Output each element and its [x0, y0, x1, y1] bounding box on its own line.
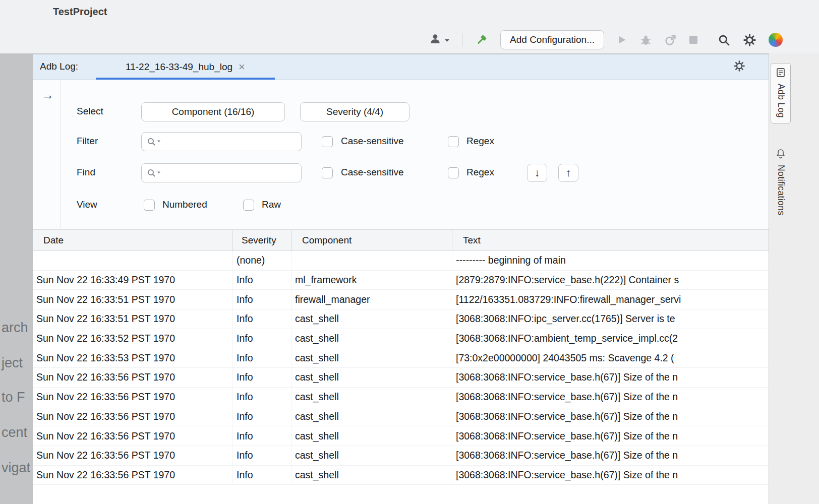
find-case-sensitive-checkbox[interactable] [322, 167, 333, 178]
cell-text: [73:0x2e00000000] 24043505 ms: Scavenge … [452, 348, 769, 367]
adb-log-toolwindow: Adb Log: 11-22_16-33-49_hub_log × [33, 54, 769, 504]
filter-label: Filter [77, 136, 98, 147]
titlebar: TestProject Add Configuration... [0, 0, 819, 53]
find-next-button[interactable]: ↓ [527, 164, 547, 182]
debug-button[interactable] [639, 34, 652, 46]
table-row[interactable]: Sun Nov 22 16:33:56 PST 1970Infocast_she… [33, 466, 769, 485]
cell-component: cast_shell [291, 426, 452, 446]
find-previous-button[interactable]: ↑ [558, 164, 578, 182]
raw-checkbox[interactable] [243, 200, 254, 211]
user-profile-button[interactable] [429, 32, 450, 47]
stripe-adb-log-button[interactable]: Adb Log [771, 63, 791, 123]
workspace: arch ject to F cent vigat Adb Log Notifi… [0, 53, 819, 504]
screen: TestProject Add Configuration... [0, 0, 819, 504]
cell-component: cast_shell [291, 329, 452, 348]
log-table-header: Date Severity Component Text [33, 230, 769, 251]
cell-component [291, 251, 452, 270]
table-row[interactable]: (none)--------- beginning of main [33, 251, 769, 271]
table-row[interactable]: Sun Nov 22 16:33:53 PST 1970Infocast_she… [33, 348, 769, 368]
table-row[interactable]: Sun Nov 22 16:33:52 PST 1970Infocast_she… [33, 329, 769, 349]
column-header-component[interactable]: Component [291, 230, 452, 250]
filter-regex-checkbox[interactable] [448, 136, 459, 147]
run-button[interactable] [616, 34, 627, 45]
gear-icon [743, 33, 756, 47]
cell-date: Sun Nov 22 16:33:53 PST 1970 [33, 348, 233, 367]
table-row[interactable]: Sun Nov 22 16:33:49 PST 1970Infoml_frame… [33, 271, 769, 290]
dimmed-background-text: vigat [2, 460, 30, 476]
cell-text: [3068:3068:INFO:service_base.h(67)] Size… [452, 446, 769, 465]
dimmed-background-text: cent [2, 425, 27, 440]
panel-gutter: → [33, 80, 61, 230]
toolwindow-title: Adb Log: [40, 61, 78, 72]
cell-severity: Info [233, 329, 291, 348]
profiler-button[interactable] [664, 34, 677, 46]
raw-label[interactable]: Raw [262, 199, 281, 210]
filter-regex-label[interactable]: Regex [466, 136, 494, 147]
cell-severity: Info [233, 348, 291, 367]
gradient-logo-button[interactable] [769, 33, 783, 47]
column-header-date[interactable]: Date [33, 230, 233, 250]
dimmed-background-text: arch [2, 320, 28, 336]
settings-button[interactable] [743, 33, 756, 47]
stop-icon [689, 35, 698, 44]
build-hammer-button[interactable] [475, 33, 488, 47]
table-row[interactable]: Sun Nov 22 16:33:51 PST 1970Infofirewall… [33, 290, 769, 309]
find-regex-checkbox[interactable] [448, 167, 459, 178]
table-row[interactable]: Sun Nov 22 16:33:56 PST 1970Infocast_she… [33, 407, 769, 427]
numbered-label[interactable]: Numbered [162, 199, 207, 210]
filter-panel: → Select Component (16/16) Severity (4/4… [33, 80, 769, 230]
cell-component: cast_shell [291, 466, 452, 485]
cell-severity: Info [233, 290, 291, 309]
add-configuration-button[interactable]: Add Configuration... [500, 30, 604, 49]
column-header-severity[interactable]: Severity [233, 230, 291, 250]
filter-case-sensitive-checkbox[interactable] [322, 136, 333, 147]
find-case-sensitive-label[interactable]: Case-sensitive [341, 167, 404, 178]
tool-stripe: Adb Log Notifications [769, 53, 819, 504]
filter-input[interactable] [141, 132, 302, 151]
severity-filter-button[interactable]: Severity (4/4) [300, 102, 410, 121]
cell-severity: Info [233, 426, 291, 446]
table-row[interactable]: Sun Nov 22 16:33:51 PST 1970Infocast_she… [33, 309, 769, 329]
search-everywhere-button[interactable] [717, 33, 731, 47]
collapse-arrow-icon[interactable]: → [41, 88, 54, 102]
cell-text: [1122/163351.083729:INFO:firewall_manage… [452, 290, 769, 309]
cell-date [33, 251, 233, 270]
select-label: Select [77, 106, 103, 117]
cell-component: firewall_manager [291, 290, 452, 309]
find-input[interactable] [141, 163, 302, 182]
log-tab[interactable]: 11-22_16-33-49_hub_log × [96, 54, 275, 80]
cell-date: Sun Nov 22 16:33:56 PST 1970 [33, 407, 233, 426]
log-document-icon [776, 68, 786, 80]
table-row[interactable]: Sun Nov 22 16:33:56 PST 1970Infocast_she… [33, 446, 769, 466]
tab-close-icon[interactable]: × [239, 61, 245, 73]
chevron-down-icon [444, 35, 450, 44]
cell-date: Sun Nov 22 16:33:56 PST 1970 [33, 446, 233, 465]
cell-text: [3068:3068:INFO:service_base.h(67)] Size… [452, 368, 769, 387]
stripe-notifications-button[interactable]: Notifications [771, 145, 791, 229]
stop-button[interactable] [689, 35, 698, 44]
stripe-notifications-label: Notifications [776, 165, 786, 216]
cell-date: Sun Nov 22 16:33:49 PST 1970 [33, 271, 233, 290]
log-table-body: (none)--------- beginning of mainSun Nov… [33, 251, 769, 504]
cell-severity: Info [233, 271, 291, 290]
cell-date: Sun Nov 22 16:33:51 PST 1970 [33, 309, 233, 329]
bug-icon [639, 34, 652, 46]
find-regex-label[interactable]: Regex [466, 167, 494, 178]
cell-text: [3068:3068:INFO:service_base.h(67)] Size… [452, 426, 769, 446]
numbered-checkbox[interactable] [144, 200, 155, 211]
table-row[interactable]: Sun Nov 22 16:33:56 PST 1970Infocast_she… [33, 426, 769, 446]
cell-severity: Info [233, 446, 291, 465]
cell-text: --------- beginning of main [452, 251, 769, 270]
dimmed-background-text: to F [2, 390, 25, 405]
cell-date: Sun Nov 22 16:33:56 PST 1970 [33, 388, 233, 407]
cell-date: Sun Nov 22 16:33:52 PST 1970 [33, 329, 233, 348]
hammer-icon [475, 33, 488, 47]
toolwindow-settings-button[interactable] [733, 60, 745, 74]
table-row[interactable]: Sun Nov 22 16:33:56 PST 1970Infocast_she… [33, 368, 769, 388]
column-header-text[interactable]: Text [452, 230, 769, 250]
cell-component: cast_shell [291, 407, 452, 426]
table-row[interactable]: Sun Nov 22 16:33:56 PST 1970Infocast_she… [33, 388, 769, 407]
component-filter-button[interactable]: Component (16/16) [141, 102, 285, 121]
stripe-adb-log-label: Adb Log [776, 84, 786, 118]
filter-case-sensitive-label[interactable]: Case-sensitive [341, 136, 404, 147]
